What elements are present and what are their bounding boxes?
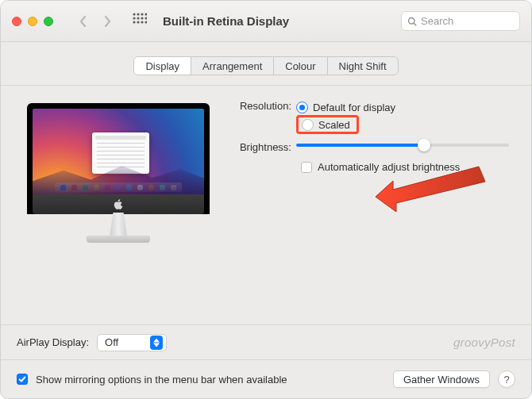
svg-marker-16: [153, 343, 160, 347]
prefs-window: Built-in Retina Display Search Display A…: [0, 0, 532, 399]
gather-windows-button[interactable]: Gather Windows: [393, 370, 490, 388]
tab-colour[interactable]: Colour: [274, 57, 327, 75]
display-preview: [23, 103, 214, 282]
svg-point-1: [137, 13, 139, 15]
mirroring-checkbox[interactable]: [17, 374, 28, 385]
svg-point-3: [145, 13, 147, 15]
zoom-icon[interactable]: [44, 17, 53, 26]
svg-point-4: [133, 17, 135, 19]
svg-point-9: [137, 21, 139, 23]
window-title: Built-in Retina Display: [163, 14, 289, 28]
svg-point-2: [141, 13, 143, 15]
svg-point-5: [137, 17, 139, 19]
imac-screen-icon: [27, 103, 210, 214]
brightness-thumb[interactable]: [418, 139, 430, 152]
search-input[interactable]: Search: [401, 11, 520, 31]
svg-point-6: [141, 17, 143, 19]
mirroring-label: Show mirroring options in the menu bar w…: [36, 374, 287, 386]
tab-night-shift[interactable]: Night Shift: [328, 57, 398, 75]
watermark: groovyPost: [453, 336, 515, 349]
show-all-button[interactable]: [133, 13, 156, 30]
svg-point-12: [409, 17, 415, 24]
forward-button[interactable]: [102, 15, 112, 28]
airplay-select[interactable]: Off: [97, 334, 167, 351]
tab-bar: Display Arrangement Colour Night Shift: [1, 42, 531, 80]
help-button[interactable]: ?: [498, 370, 515, 388]
svg-point-8: [133, 21, 135, 23]
auto-brightness-label: Automatically adjust brightness: [318, 161, 460, 173]
close-icon[interactable]: [12, 17, 21, 26]
back-button[interactable]: [79, 15, 88, 28]
resolution-label: Resolution:: [231, 98, 296, 112]
tab-arrangement[interactable]: Arrangement: [191, 57, 274, 75]
nav-arrows: [79, 15, 112, 28]
resolution-scaled-label: Scaled: [318, 119, 350, 131]
wallpaper-icon: [33, 109, 204, 194]
minimize-icon[interactable]: [28, 17, 37, 26]
airplay-label: AirPlay Display:: [17, 336, 89, 348]
brightness-slider[interactable]: [296, 144, 509, 147]
search-placeholder: Search: [421, 15, 453, 27]
svg-point-11: [145, 21, 147, 23]
resolution-default-label: Default for display: [313, 102, 395, 113]
search-icon: [407, 17, 417, 26]
mini-window-icon: [92, 132, 149, 174]
auto-brightness-checkbox[interactable]: [301, 162, 312, 173]
dock-icon: [55, 182, 182, 192]
annotation-highlight: Scaled: [296, 115, 359, 134]
brightness-label: Brightness:: [231, 140, 296, 153]
svg-point-10: [141, 21, 143, 23]
airplay-value: Off: [105, 336, 118, 348]
footer-row: Show mirroring options in the menu bar w…: [1, 359, 531, 398]
main-content: Resolution: Default for display Scaled: [1, 86, 531, 340]
imac-stand-icon: [96, 213, 141, 247]
chevron-up-down-icon: [150, 336, 163, 350]
svg-marker-14: [376, 167, 485, 212]
airplay-row: AirPlay Display: Off groovyPost: [1, 324, 531, 359]
svg-point-0: [133, 13, 135, 15]
apple-logo-icon: [114, 199, 123, 210]
resolution-default-radio[interactable]: [296, 102, 308, 113]
svg-line-13: [414, 23, 416, 25]
resolution-scaled-radio[interactable]: [302, 119, 314, 131]
svg-point-7: [145, 17, 147, 19]
traffic-lights: [12, 17, 53, 26]
titlebar: Built-in Retina Display Search: [1, 1, 531, 42]
tab-display[interactable]: Display: [134, 57, 191, 75]
controls: Resolution: Default for display Scaled: [231, 98, 509, 173]
svg-marker-15: [153, 338, 160, 342]
